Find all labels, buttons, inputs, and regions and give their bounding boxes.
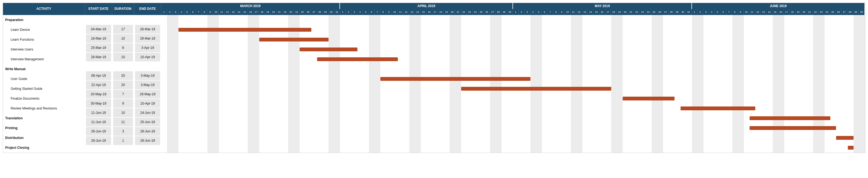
- day-header: 15: [772, 9, 778, 15]
- day-header: 20: [450, 9, 455, 15]
- task-label: Finalize Documents: [3, 94, 85, 103]
- day-header: 26: [484, 9, 490, 15]
- day-header: 12: [403, 9, 409, 15]
- day-header: 7: [375, 9, 380, 15]
- day-header: 16: [427, 9, 432, 15]
- duration-cell: 8: [113, 43, 133, 52]
- col-start: START DATE 04-Mar-1918-Mar-1925-Mar-1928…: [85, 3, 112, 153]
- day-header: 13: [230, 9, 236, 15]
- header-start: START DATE: [85, 3, 112, 15]
- day-header: 21: [807, 9, 813, 15]
- day-header: 18: [438, 9, 444, 15]
- day-header: 22: [634, 9, 640, 15]
- duration-cell: 7: [113, 90, 133, 98]
- day-header: 2: [698, 9, 703, 15]
- phase-label: Printing: [3, 123, 85, 133]
- end-date-cell: 10-Apr-19: [135, 53, 160, 61]
- duration-cell: 11: [113, 118, 133, 126]
- gantt-timeline: MARCH 2019APRIL 2019MAY 2019JUNE 2019 12…: [161, 3, 865, 153]
- day-header: 28: [317, 9, 322, 15]
- day-header: 15: [242, 9, 248, 15]
- task-label: Interview Management: [3, 54, 85, 64]
- gantt-bar: [461, 87, 611, 91]
- day-header: 2: [167, 9, 173, 15]
- month-header: MARCH 2019: [161, 3, 340, 9]
- day-header: 5: [715, 9, 720, 15]
- end-date-cell: [135, 62, 160, 71]
- day-header: 20: [801, 9, 807, 15]
- col-activity: ACTIVITY PreparationLearn DeviceLearn Fu…: [3, 3, 85, 153]
- task-label: Interview Users: [3, 44, 85, 54]
- col-end: END DATE 26-Mar-1929-Mar-193-Apr-1910-Ap…: [134, 3, 161, 153]
- day-header: 15: [421, 9, 427, 15]
- day-header: 23: [640, 9, 645, 15]
- duration-cell: 9: [113, 99, 133, 108]
- start-date-cell: 11-Jun-19: [86, 118, 111, 126]
- day-header: 13: [761, 9, 767, 15]
- day-header: 10: [565, 9, 570, 15]
- gantt-bar: [259, 38, 329, 41]
- day-header: 29: [853, 9, 859, 15]
- day-header: 3: [351, 9, 357, 15]
- day-header: 17: [432, 9, 438, 15]
- gantt-bar: [623, 97, 675, 100]
- day-header: 3: [703, 9, 709, 15]
- months-row: MARCH 2019APRIL 2019MAY 2019JUNE 2019: [161, 3, 865, 9]
- end-date-cell: 28-Jun-19: [135, 127, 160, 136]
- day-header: 24: [824, 9, 830, 15]
- day-header: 23: [818, 9, 824, 15]
- day-header: 11: [749, 9, 755, 15]
- gantt-bar: [681, 107, 755, 110]
- task-label: Learn Functions: [3, 35, 85, 44]
- gantt-bar: [179, 28, 311, 32]
- day-header: 19: [617, 9, 622, 15]
- duration-cell: 10: [113, 53, 133, 61]
- start-date-cell: 20-May-19: [86, 90, 111, 98]
- task-label: Learn Device: [3, 25, 85, 35]
- gantt-bar: [836, 136, 853, 140]
- duration-cell: 3: [113, 127, 133, 136]
- day-header: 10: [213, 9, 219, 15]
- day-header: 31: [686, 9, 691, 15]
- day-header: 29: [674, 9, 680, 15]
- day-header: 18: [259, 9, 265, 15]
- day-header: 16: [599, 9, 605, 15]
- gantt-row: [161, 103, 865, 113]
- day-header: 11: [398, 9, 403, 15]
- day-header: 12: [755, 9, 761, 15]
- day-header: 21: [277, 9, 282, 15]
- day-header: 11: [570, 9, 576, 15]
- month-header: MAY 2019: [513, 3, 692, 9]
- day-header: 3: [173, 9, 179, 15]
- phase-label: Translation: [3, 113, 85, 123]
- day-header: 14: [236, 9, 242, 15]
- day-header: 10: [392, 9, 398, 15]
- task-label: Review Meetings and Revisions: [3, 103, 85, 113]
- day-header: 4: [709, 9, 715, 15]
- day-header: 28: [669, 9, 674, 15]
- end-date-cell: 3-Apr-19: [135, 43, 160, 52]
- day-header: 16: [248, 9, 253, 15]
- gantt-row: [161, 54, 865, 64]
- start-date-cell: 28-Mar-19: [86, 53, 111, 61]
- gantt-bar: [317, 57, 398, 61]
- day-header: 4: [530, 9, 536, 15]
- start-date-cell: 11-Jun-19: [86, 108, 111, 117]
- end-date-cell: 28-Jun-19: [135, 136, 160, 145]
- gantt-row: [161, 84, 865, 94]
- day-header: 11: [219, 9, 224, 15]
- day-header: 12: [576, 9, 582, 15]
- gantt-bar: [848, 146, 854, 150]
- day-header: 19: [265, 9, 271, 15]
- gantt-row: [161, 15, 865, 25]
- end-date-cell: [135, 16, 160, 24]
- day-header: 28: [847, 9, 853, 15]
- day-header: 22: [282, 9, 288, 15]
- day-header: 30: [329, 9, 334, 15]
- start-date-cell: 08-Apr-19: [86, 71, 111, 80]
- day-header: 9: [559, 9, 565, 15]
- day-header: 5: [184, 9, 190, 15]
- day-header: 14: [415, 9, 421, 15]
- phase-label: Project Closing: [3, 143, 85, 153]
- day-header: 27: [841, 9, 847, 15]
